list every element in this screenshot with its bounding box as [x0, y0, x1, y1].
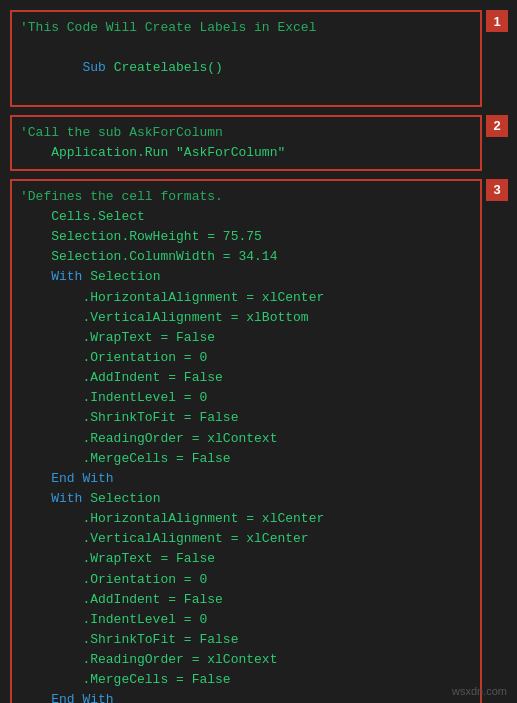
section-1-line-2: Sub Createlabels() — [20, 38, 472, 98]
sub-keyword: Sub — [82, 60, 113, 75]
s3-l17: .VerticalAlignment = xlCenter — [20, 529, 472, 549]
watermark: wsxdn.com — [452, 685, 507, 697]
section-2-border: 'Call the sub AskForColumn Application.R… — [10, 115, 482, 171]
s3-l16: .HorizontalAlignment = xlCenter — [20, 509, 472, 529]
s3-l24: .MergeCells = False — [20, 670, 472, 690]
s3-l12: .ReadingOrder = xlContext — [20, 429, 472, 449]
s3-l6: .VerticalAlignment = xlBottom — [20, 308, 472, 328]
section-2-line-1: 'Call the sub AskForColumn — [20, 123, 472, 143]
s3-l15: With Selection — [20, 489, 472, 509]
section-1-border: 'This Code Will Create Labels in Excel S… — [10, 10, 482, 107]
section-1-number: 1 — [486, 10, 508, 32]
s3-l18: .WrapText = False — [20, 549, 472, 569]
s3-l5: .HorizontalAlignment = xlCenter — [20, 288, 472, 308]
section-3-border: 'Defines the cell formats. Cells.Select … — [10, 179, 482, 703]
s3-l19: .Orientation = 0 — [20, 570, 472, 590]
s3-l8: .Orientation = 0 — [20, 348, 472, 368]
s3-l21: .IndentLevel = 0 — [20, 610, 472, 630]
s3-l2: Selection.RowHeight = 75.75 — [20, 227, 472, 247]
s3-l1: Cells.Select — [20, 207, 472, 227]
s3-l7: .WrapText = False — [20, 328, 472, 348]
s3-l10: .IndentLevel = 0 — [20, 388, 472, 408]
s3-l13: .MergeCells = False — [20, 449, 472, 469]
s3-l25: End With — [20, 690, 472, 703]
s3-l23: .ReadingOrder = xlContext — [20, 650, 472, 670]
section-1: 'This Code Will Create Labels in Excel S… — [10, 10, 482, 107]
s3-l9: .AddIndent = False — [20, 368, 472, 388]
s3-l20: .AddIndent = False — [20, 590, 472, 610]
section-2-line-2: Application.Run "AskForColumn" — [20, 143, 472, 163]
s3-l14: End With — [20, 469, 472, 489]
s3-l4: With Selection — [20, 267, 472, 287]
section-2-number: 2 — [486, 115, 508, 137]
sub-name: Createlabels() — [114, 60, 223, 75]
section-2: 'Call the sub AskForColumn Application.R… — [10, 115, 482, 171]
code-container: 'This Code Will Create Labels in Excel S… — [0, 0, 517, 703]
section-3: 'Defines the cell formats. Cells.Select … — [10, 179, 482, 703]
section-1-line-1: 'This Code Will Create Labels in Excel — [20, 18, 472, 38]
s3-l11: .ShrinkToFit = False — [20, 408, 472, 428]
s3-l3: Selection.ColumnWidth = 34.14 — [20, 247, 472, 267]
s3-l22: .ShrinkToFit = False — [20, 630, 472, 650]
s3-l0: 'Defines the cell formats. — [20, 187, 472, 207]
section-3-number: 3 — [486, 179, 508, 201]
